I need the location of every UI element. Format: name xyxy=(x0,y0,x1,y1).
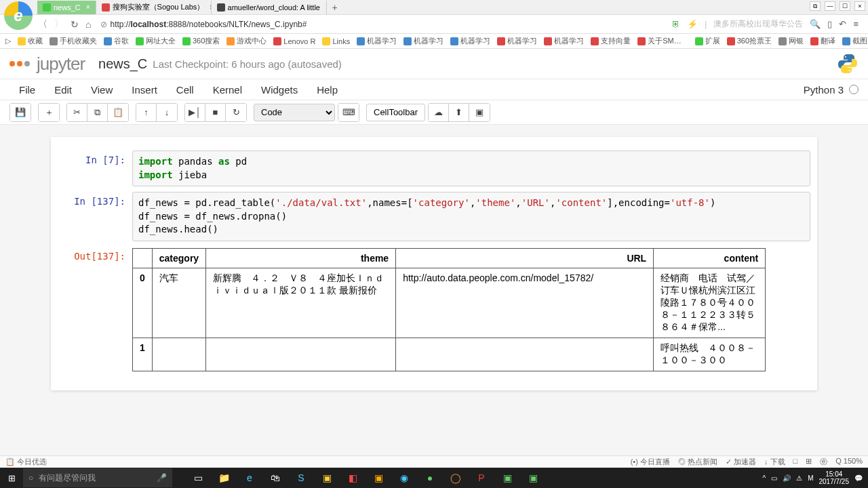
bookmark-item[interactable]: 机器学习 xyxy=(403,36,443,46)
bookmark-item[interactable]: 360搜索 xyxy=(182,36,220,46)
bookmark-item[interactable]: 网银 xyxy=(778,36,804,46)
statusbar-left[interactable]: 📋 今日优选 xyxy=(5,457,47,467)
bookmark-item[interactable]: 机器学习 xyxy=(497,36,537,46)
tray-icon[interactable]: ^ xyxy=(762,474,766,482)
save-button[interactable]: 💾 xyxy=(10,104,31,121)
site-info-icon[interactable]: ⊘ xyxy=(100,20,107,29)
taskbar-app[interactable]: e xyxy=(237,468,262,488)
bookmark-item[interactable]: Lenovo R xyxy=(273,37,315,45)
command-palette-button[interactable]: ⌨ xyxy=(338,104,359,121)
jupyter-logo[interactable]: jupyter xyxy=(9,54,85,75)
statusbar-item[interactable]: □ xyxy=(793,457,798,467)
taskbar-app[interactable]: ◯ xyxy=(443,468,468,488)
new-tab-button[interactable]: + xyxy=(327,2,343,13)
stop-button[interactable]: ■ xyxy=(205,104,226,121)
menu-edit[interactable]: Edit xyxy=(45,80,81,100)
code-cell[interactable]: In [7]: import pandas as pd import jieba xyxy=(58,150,810,186)
window-close-icon[interactable]: × xyxy=(854,1,865,11)
taskbar-app[interactable]: P xyxy=(469,468,494,488)
restart-button[interactable]: ↻ xyxy=(226,104,246,121)
taskbar-app[interactable]: ◧ xyxy=(340,468,365,488)
code-cell[interactable]: In [137]: df_news = pd.read_table('./dat… xyxy=(58,192,810,241)
bookmark-item[interactable]: 扩展 xyxy=(695,36,720,46)
tray-ime[interactable]: M xyxy=(808,474,813,482)
mic-icon[interactable]: 🎤 xyxy=(157,473,167,483)
statusbar-item[interactable]: ✓ 加速器 xyxy=(726,457,756,467)
share-button[interactable]: ⬆ xyxy=(449,104,469,121)
search-hint[interactable]: 澳多所高校出现辱华公告 xyxy=(713,18,803,30)
menu-widgets[interactable]: Widgets xyxy=(252,80,307,100)
browser-tab[interactable]: 搜狗实验室（Sogou Labs） × xyxy=(96,1,212,14)
menu-kernel[interactable]: Kernel xyxy=(203,80,252,100)
back-icon[interactable]: 〈 xyxy=(38,18,47,30)
bookmark-item[interactable]: 360抢票王 xyxy=(727,36,772,46)
notebook-scroll[interactable]: In [7]: import pandas as pd import jieba… xyxy=(0,125,868,455)
cell-type-select[interactable]: Code xyxy=(254,104,335,121)
move-up-button[interactable]: ↑ xyxy=(136,104,157,121)
bookmark-item[interactable]: 游戏中心 xyxy=(226,36,267,46)
statusbar-zoom[interactable]: Q 150% xyxy=(835,457,863,467)
bookmark-item[interactable]: 截图 xyxy=(842,36,867,46)
taskbar-app[interactable]: ▣ xyxy=(495,468,519,488)
home-icon[interactable]: ⌂ xyxy=(85,19,91,30)
present-button[interactable]: ▣ xyxy=(469,104,490,121)
bookmark-item[interactable]: 机器学习 xyxy=(450,36,490,46)
url-bar[interactable]: ⊘ http://localhost:8888/notebooks/NLTK/n… xyxy=(96,20,666,29)
window-restore-icon[interactable]: ⧉ xyxy=(810,1,821,11)
menu-view[interactable]: View xyxy=(81,80,122,100)
browser-tab[interactable]: amueller/word_cloud: A little × xyxy=(212,1,327,14)
statusbar-item[interactable]: ↓ 下载 xyxy=(764,457,785,467)
bookmark-item[interactable]: 支持向量 xyxy=(591,36,631,46)
cut-button[interactable]: ✂ xyxy=(67,104,87,121)
window-maximize-icon[interactable]: ☐ xyxy=(840,1,850,11)
bookmark-item[interactable]: 翻译 xyxy=(810,36,835,46)
code-input[interactable]: import pandas as pd import jieba xyxy=(132,150,810,186)
statusbar-item[interactable]: ⊞ xyxy=(806,457,812,467)
taskbar-app[interactable]: ▣ xyxy=(521,468,545,488)
bookmark-item[interactable]: 网址大全 xyxy=(136,36,176,46)
bookmark-item[interactable]: 关于SM… xyxy=(637,36,682,46)
search-icon[interactable]: 🔍 xyxy=(810,19,821,29)
menu-insert[interactable]: Insert xyxy=(122,80,167,100)
paste-button[interactable]: 📋 xyxy=(108,104,128,121)
forward-icon[interactable]: 〉 xyxy=(54,18,64,30)
taskbar-app[interactable]: ◉ xyxy=(392,468,416,488)
statusbar-item[interactable]: ⓔ xyxy=(820,457,827,467)
taskbar-app[interactable]: S xyxy=(289,468,313,488)
menu-file[interactable]: File xyxy=(9,80,45,100)
bookmark-item[interactable]: 手机收藏夹 xyxy=(50,36,97,46)
taskbar-app[interactable]: 📁 xyxy=(212,468,236,488)
statusbar-item[interactable]: (•) 今日直播 xyxy=(631,457,670,467)
window-minimize-icon[interactable]: — xyxy=(825,1,835,11)
flash-icon[interactable]: ⚡ xyxy=(687,19,698,29)
task-view-icon[interactable]: ▭ xyxy=(186,468,210,488)
statusbar-item[interactable]: ◎ 热点新闻 xyxy=(678,457,717,467)
tray-icon[interactable]: 🔊 xyxy=(783,474,791,482)
tray-notifications-icon[interactable]: 💬 xyxy=(854,474,863,482)
reader-icon[interactable]: ▯ xyxy=(827,19,832,29)
start-button[interactable]: ⊞ xyxy=(0,468,23,488)
undo-icon[interactable]: ↶ xyxy=(839,19,846,29)
tab-close-icon[interactable]: × xyxy=(326,3,327,11)
taskbar-app[interactable]: ● xyxy=(418,468,442,488)
add-cell-button[interactable]: ＋ xyxy=(39,104,59,121)
bookmark-item[interactable]: 谷歌 xyxy=(104,36,129,46)
bookmarks-toggle-icon[interactable]: ▷ xyxy=(5,37,11,45)
run-button[interactable]: ▶│ xyxy=(185,104,205,121)
taskbar-app[interactable]: ▣ xyxy=(315,468,339,488)
shield-icon[interactable]: ⛨ xyxy=(671,19,680,29)
notebook-name[interactable]: news_C xyxy=(98,56,147,72)
menu-help[interactable]: Help xyxy=(307,80,347,100)
tray-clock[interactable]: 15:042017/7/25 xyxy=(819,470,850,485)
tray-icon[interactable]: ▭ xyxy=(771,474,777,482)
copy-button[interactable]: ⧉ xyxy=(87,104,108,121)
celltoolbar-button[interactable]: CellToolbar xyxy=(366,104,425,121)
cloud-upload-button[interactable]: ☁ xyxy=(429,104,449,121)
bookmark-item[interactable]: 机器学习 xyxy=(357,36,397,46)
tray-icon[interactable]: ⚠ xyxy=(796,474,802,482)
reload-icon[interactable]: ↻ xyxy=(71,19,79,30)
taskbar-search[interactable]: ○ 有问题尽管问我 🎤 xyxy=(23,468,172,487)
taskbar-app[interactable]: ▣ xyxy=(366,468,391,488)
menu-icon[interactable]: ≡ xyxy=(853,19,859,29)
bookmark-item[interactable]: 收藏 xyxy=(18,36,43,46)
